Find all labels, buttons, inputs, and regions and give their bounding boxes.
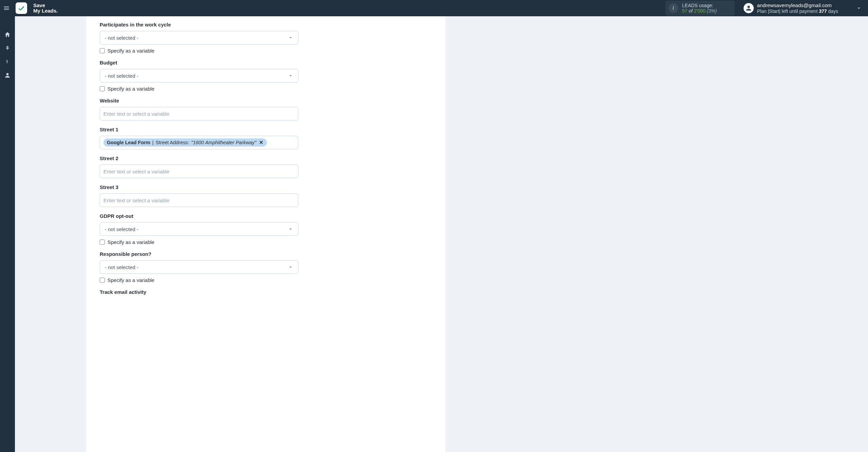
participates-specify-variable[interactable]: Specify as a variable (100, 48, 298, 54)
street3-input-container[interactable] (100, 193, 298, 207)
leads-usage-text: LEADS usage: 57 of 2'000 (3%) (682, 3, 717, 14)
field-street2: Street 2 (100, 155, 298, 178)
content-stage: Participates in the work cycle - not sel… (15, 16, 868, 452)
field-street1: Street 1 Google Lead Form | Street Addre… (100, 127, 298, 149)
leads-usage-widget[interactable]: i LEADS usage: 57 of 2'000 (3%) (665, 1, 735, 16)
field-gdpr: GDPR opt-out - not selected - Specify as… (100, 213, 298, 245)
field-budget: Budget - not selected - Specify as a var… (100, 60, 298, 92)
select-value: - not selected - (105, 264, 138, 270)
select-value: - not selected - (105, 35, 138, 41)
checkbox[interactable] (100, 48, 105, 53)
pill-source: Google Lead Form (107, 140, 150, 145)
checkbox-label: Specify as a variable (107, 239, 154, 245)
avatar-icon (744, 3, 754, 13)
checkbox-label: Specify as a variable (107, 86, 154, 92)
hamburger-icon[interactable] (3, 4, 10, 12)
pill-field: Street Address: (156, 140, 189, 145)
chevron-down-icon[interactable] (856, 5, 862, 11)
street2-input-container[interactable] (100, 165, 298, 178)
checkbox[interactable] (100, 278, 105, 283)
gdpr-specify-variable[interactable]: Specify as a variable (100, 239, 298, 245)
select-value: - not selected - (105, 73, 138, 79)
field-label: Street 2 (100, 155, 298, 161)
select-value: - not selected - (105, 226, 138, 232)
street2-input[interactable] (103, 167, 295, 176)
street1-input-container[interactable]: Google Lead Form | Street Address: "1600… (100, 136, 298, 149)
chevron-down-icon (288, 35, 293, 40)
chevron-down-icon (288, 264, 293, 270)
field-track-email: Track email activity (100, 289, 298, 295)
field-label: GDPR opt-out (100, 213, 298, 219)
field-label: Participates in the work cycle (100, 22, 298, 27)
chevron-down-icon (288, 226, 293, 232)
form-panel: Participates in the work cycle - not sel… (86, 16, 446, 452)
brand-logo-icon (16, 2, 27, 14)
field-label: Street 1 (100, 127, 298, 132)
variable-pill: Google Lead Form | Street Address: "1600… (103, 138, 267, 147)
field-label: Budget (100, 60, 298, 65)
checkbox-label: Specify as a variable (107, 48, 154, 54)
field-label: Track email activity (100, 289, 298, 295)
pill-value: "1600 Amphitheater Parkway" (191, 140, 256, 145)
chevron-down-icon (288, 73, 293, 78)
app-header: Save My Leads. i LEADS usage: 57 of 2'00… (0, 0, 868, 16)
website-input[interactable] (103, 110, 295, 118)
field-label: Street 3 (100, 184, 298, 190)
field-street3: Street 3 (100, 184, 298, 207)
nav-home-icon[interactable] (3, 30, 12, 39)
checkbox[interactable] (100, 86, 105, 91)
street3-input[interactable] (103, 196, 295, 205)
close-icon[interactable]: ✕ (258, 140, 263, 145)
budget-specify-variable[interactable]: Specify as a variable (100, 86, 298, 92)
nav-sidebar (0, 16, 15, 452)
account-lines: andrewsavemyleads@gmail.com Plan |Start|… (757, 2, 838, 14)
info-icon: i (669, 3, 678, 13)
field-website: Website (100, 98, 298, 120)
responsible-select[interactable]: - not selected - (100, 260, 298, 274)
checkbox[interactable] (100, 240, 105, 245)
brand-name: Save My Leads. (33, 3, 58, 14)
nav-account-icon[interactable] (3, 71, 12, 80)
checkbox-label: Specify as a variable (107, 277, 154, 283)
account-menu[interactable]: andrewsavemyleads@gmail.com Plan |Start|… (744, 2, 838, 14)
website-input-container[interactable] (100, 107, 298, 120)
field-label: Responsible person? (100, 251, 298, 257)
field-responsible: Responsible person? - not selected - Spe… (100, 251, 298, 283)
participates-select[interactable]: - not selected - (100, 31, 298, 44)
field-participates: Participates in the work cycle - not sel… (100, 22, 298, 54)
budget-select[interactable]: - not selected - (100, 69, 298, 82)
field-label: Website (100, 98, 298, 103)
nav-billing-icon[interactable] (3, 57, 12, 67)
responsible-specify-variable[interactable]: Specify as a variable (100, 277, 298, 283)
gdpr-select[interactable]: - not selected - (100, 222, 298, 236)
nav-integrations-icon[interactable] (3, 43, 12, 53)
